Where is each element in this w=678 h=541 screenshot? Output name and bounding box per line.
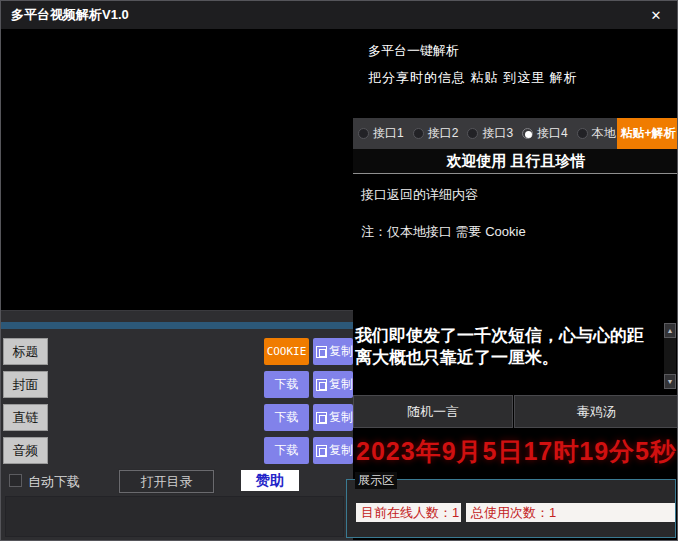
quote-text: 我们即使发了一千次短信，心与心的距离大概也只靠近了一厘米。 [355, 325, 655, 369]
radio-icon [413, 128, 424, 139]
poison-soup-button[interactable]: 毒鸡汤 [514, 395, 678, 428]
row-label-title: 标题 [3, 338, 48, 365]
copy-button-label: 复制 [329, 343, 353, 360]
paste-hint-line1: 多平台一键解析 [368, 42, 459, 60]
result-detail-hint: 接口返回的详细内容 [361, 186, 478, 204]
radio-interface-4[interactable]: 接口4 [522, 125, 568, 142]
bottom-controls: 自动下载 打开目录 赞助 [1, 470, 353, 496]
radio-label: 接口3 [482, 125, 513, 142]
usage-count-label: 总使用次数：1 [466, 503, 675, 522]
row-label-cover: 封面 [3, 371, 48, 398]
copy-button-label: 复制 [329, 409, 353, 426]
cookie-button[interactable]: COOKIE [264, 338, 309, 365]
radio-label: 本地 [592, 125, 616, 142]
download-audio-button[interactable]: 下载 [264, 437, 309, 464]
radio-interface-1[interactable]: 接口1 [358, 125, 404, 142]
radio-label: 接口1 [373, 125, 404, 142]
window-title: 多平台视频解析V1.0 [11, 6, 129, 24]
copy-icon [316, 379, 327, 391]
row-label-directlink: 直链 [3, 404, 48, 431]
datetime-display: 2023年9月5日17时19分5秒 [353, 435, 678, 468]
app-window: 多平台视频解析V1.0 ✕ 标题 COOKIE 复制 封面 下载 复制 直链 下… [0, 0, 678, 541]
radio-interface-2[interactable]: 接口2 [413, 125, 459, 142]
scroll-up-icon[interactable]: ▲ [664, 323, 676, 338]
paste-hint-line2: 把分享时的信息 粘贴 到这里 解析 [368, 69, 578, 87]
progress-bar [1, 322, 353, 329]
copy-cover-button[interactable]: 复制 [313, 371, 353, 398]
copy-title-button[interactable]: 复制 [313, 338, 353, 365]
sponsor-button[interactable]: 赞助 [241, 470, 299, 491]
copy-button-label: 复制 [329, 376, 353, 393]
interface-selector-bar: 接口1 接口2 接口3 接口4 本地 粘贴+解析 [353, 118, 678, 149]
copy-icon [316, 412, 327, 424]
radio-icon [467, 128, 478, 139]
display-groupbox: 展示区 目前在线人数：1 总使用次数：1 [346, 479, 676, 538]
copy-icon [316, 445, 327, 457]
paste-input-area[interactable]: 多平台一键解析 把分享时的信息 粘贴 到这里 解析 [353, 29, 678, 118]
radio-interface-3[interactable]: 接口3 [467, 125, 513, 142]
quote-scrollbar[interactable]: ▲ ▼ [664, 323, 676, 389]
parse-panel: 多平台一键解析 把分享时的信息 粘贴 到这里 解析 接口1 接口2 接口3 接口… [353, 29, 678, 541]
radio-icon [577, 128, 588, 139]
download-directlink-button[interactable]: 下载 [264, 404, 309, 431]
copy-audio-button[interactable]: 复制 [313, 437, 353, 464]
paste-parse-button[interactable]: 粘贴+解析 [617, 118, 678, 149]
copy-icon [316, 346, 327, 358]
random-quote-button[interactable]: 随机一言 [353, 395, 513, 428]
radio-selected-icon [522, 128, 533, 139]
close-icon[interactable]: ✕ [641, 1, 671, 29]
radio-icon [358, 128, 369, 139]
scroll-down-icon[interactable]: ▼ [664, 374, 676, 389]
welcome-header: 欢迎使用 且行且珍惜 [353, 149, 678, 174]
quote-buttons-row: 随机一言 毒鸡汤 [353, 395, 678, 428]
video-preview-area [1, 29, 353, 310]
copy-directlink-button[interactable]: 复制 [313, 404, 353, 431]
groupbox-title: 展示区 [355, 472, 397, 489]
auto-download-checkbox[interactable] [9, 474, 22, 487]
open-directory-button[interactable]: 打开目录 [119, 470, 214, 493]
quote-textarea[interactable]: 我们即使发了一千次短信，心与心的距离大概也只靠近了一厘米。 ▲ ▼ [353, 319, 678, 393]
copy-button-label: 复制 [329, 442, 353, 459]
download-cover-button[interactable]: 下载 [264, 371, 309, 398]
cookie-note: 注：仅本地接口 需要 Cookie [361, 223, 526, 241]
auto-download-label: 自动下载 [28, 473, 80, 491]
row-label-audio: 音频 [3, 437, 48, 464]
radio-label: 接口2 [428, 125, 459, 142]
online-count-label: 目前在线人数：1 [356, 503, 461, 522]
radio-label: 接口4 [537, 125, 568, 142]
radio-local[interactable]: 本地 [577, 125, 616, 142]
title-bar: 多平台视频解析V1.0 ✕ [1, 1, 677, 29]
log-output-box [5, 496, 344, 537]
download-panel: 标题 COOKIE 复制 封面 下载 复制 直链 下载 复制 音频 下载 复制 … [1, 310, 353, 541]
